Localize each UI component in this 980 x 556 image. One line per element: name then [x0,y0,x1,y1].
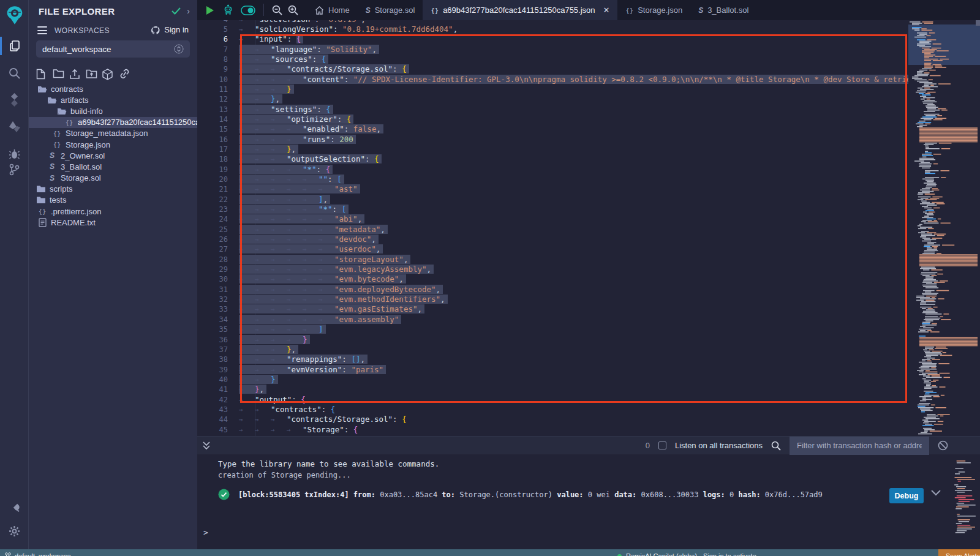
new-file-icon[interactable] [36,69,47,80]
editor-scrollbar-thumb[interactable] [976,20,980,26]
line-content: →→→}, [228,145,296,154]
remix-logo[interactable] [0,5,29,26]
debug-button[interactable]: Debug [889,488,924,503]
tree-item-label: Storage_metadata.json [66,129,148,138]
code-line-25: 25→→→→→→"metadata", [197,225,908,235]
solidity-compiler-icon[interactable] [0,89,29,110]
ai-assistant-icon[interactable] [222,0,234,20]
line-number: 31 [197,285,228,295]
statusbar-copilot[interactable]: RemixAI Copilot (alpha) · Sign in to act… [617,549,756,556]
tab-home[interactable]: Home [307,0,358,20]
tx-filter-input[interactable] [790,437,929,455]
tab-label: 3_Ballot.sol [707,6,748,15]
editor-minimap[interactable] [908,20,980,436]
upload-folder-icon[interactable] [86,69,97,80]
code-editor[interactable]: 4→"solcVersion": "0.8.19",5→"solcLongVer… [197,20,980,436]
code-line-30: 30→→→→→→"evm.bytecode", [197,274,908,284]
tree-item-storage-metadata-json[interactable]: {}Storage_metadata.json [29,128,197,139]
tx-expand-icon[interactable] [931,490,941,496]
line-content: →→"language": "Solidity", [228,45,377,54]
selection: →→→→→], [239,195,328,204]
tree-item-tests[interactable]: tests [29,195,197,206]
selection: →→→→"content": "// SPDX-License-Identifi… [239,75,908,84]
sign-in-button[interactable]: Sign in [151,25,189,34]
tx-log-text[interactable]: [block:5583405 txIndex:4] from: 0xa03...… [238,490,823,499]
terminal-output[interactable]: Type the library name to see available c… [197,454,980,549]
transaction-row: [block:5583405 txIndex:4] from: 0xa03...… [218,489,823,500]
line-content: →→→→→→"storageLayout", [228,255,408,265]
remix-ide-window: { "rail": { "items": [ {"icon":"remix-lo… [0,0,980,556]
terminal-search-icon[interactable] [771,441,781,451]
toggle-icon[interactable] [241,0,255,20]
line-number: 40 [197,375,228,385]
line-content: →→→→→→"userdoc", [228,244,380,254]
minimap-lower-strip [954,456,978,534]
scam-alerts-badge[interactable]: Scam Alerts [938,549,980,556]
line-content: →→→→→→"evm.assembly" [228,315,399,325]
listen-label[interactable]: Listen on all transactions [675,441,763,450]
tab-storage-sol[interactable]: SStorage.sol [358,0,423,20]
tree-item--prettierrc-json[interactable]: {}.prettierrc.json [29,206,197,217]
clear-console-icon[interactable] [938,440,948,451]
sign-in-label: Sign in [164,25,189,34]
tree-item-3-ballot-sol[interactable]: S3_Ballot.sol [29,161,197,172]
tab-storage-json[interactable]: {}Storage.json [617,0,690,20]
tree-item-storage-sol[interactable]: SStorage.sol [29,173,197,184]
file-explorer-icon[interactable] [0,36,29,56]
code-line-38: 38→→→"remappings": [], [197,355,908,364]
tree-item-artifacts[interactable]: artifacts [29,94,197,105]
tree-item-2-owner-sol[interactable]: S2_Owner.sol [29,150,197,161]
run-script-icon[interactable] [206,0,214,20]
code-line-12: 12→→}, [197,94,908,104]
tab-a69b43f277ba20fcac141151250ca755-json[interactable]: {}a69b43f277ba20fcac141151250ca755.json✕ [423,0,617,20]
tab-3-ballot-sol[interactable]: S3_Ballot.sol [690,0,756,20]
selection: →→→→→→"evm.gasEstimates", [239,304,422,314]
line-content: →→→→→→"evm.bytecode", [228,274,404,284]
code-line-6: 6→"input": { [197,34,908,44]
workspaces-menu-icon[interactable] [37,26,47,34]
listen-checkbox[interactable] [658,441,666,449]
tree-item-scripts[interactable]: scripts [29,184,197,195]
line-number: 32 [197,295,228,304]
selection: →→→→"*": { [239,165,330,174]
plugin-manager-icon[interactable] [0,497,29,518]
tab-label: Home [328,6,350,15]
terminal-prompt[interactable]: > [203,528,208,537]
tree-item-readme-txt[interactable]: README.txt [29,217,197,228]
git-icon[interactable] [0,159,29,180]
deploy-run-icon[interactable] [0,116,29,137]
tree-item-storage-json[interactable]: {}Storage.json [29,139,197,150]
panel-forward-icon[interactable]: › [187,6,190,16]
tree-item-a69b43f277ba20fcac141151250ca7-[interactable]: {}a69b43f277ba20fcac141151250ca7... [29,117,197,128]
terminal-collapse-icon[interactable] [202,441,211,451]
line-content: →→} [228,375,276,385]
git-branch-icon [5,552,11,556]
line-content: →→→→→→"devdoc", [228,235,376,244]
home-icon [315,6,324,15]
selection: { [296,34,301,43]
folder-closed-icon [36,185,46,193]
settings-icon[interactable] [0,520,29,541]
zoom-out-icon[interactable] [272,0,282,20]
tree-item-contracts[interactable]: contracts [29,83,197,94]
code-line-34: 34→→→→→→"evm.assembly" [197,315,908,325]
new-folder-icon[interactable] [53,69,64,80]
workspace-select[interactable]: default_workspace [36,40,190,58]
line-content: →→→→} [228,335,307,345]
ipfs-cube-icon[interactable] [102,69,113,80]
line-number: 34 [197,315,228,325]
solidity-icon: S [47,151,57,160]
zoom-in-icon[interactable] [288,0,298,20]
tab-close-icon[interactable]: ✕ [603,6,610,15]
search-icon[interactable] [0,62,29,83]
json-icon: {} [625,6,633,15]
line-number: 38 [197,355,228,364]
line-content: →→→"outputSelection": { [228,154,379,164]
statusbar-workspace[interactable]: default_workspace [5,549,71,556]
line-content: →→→→"*": { [228,165,330,175]
tree-item-build-info[interactable]: build-info [29,105,197,116]
line-number: 24 [197,214,228,224]
upload-file-icon[interactable] [69,69,80,80]
code-line-42: 42→"output": { [197,395,908,405]
link-icon[interactable] [119,69,130,80]
